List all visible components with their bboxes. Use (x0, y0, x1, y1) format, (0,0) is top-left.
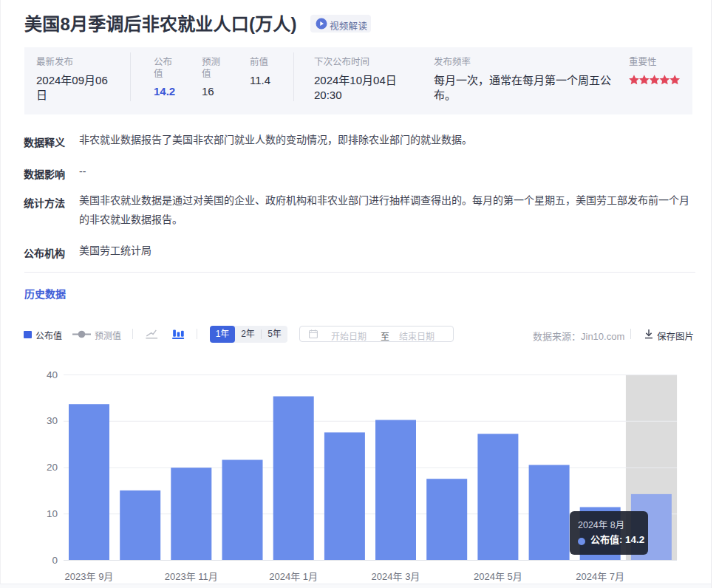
svg-text:10: 10 (47, 508, 58, 519)
svg-text:2024年 7月: 2024年 7月 (576, 571, 624, 582)
svg-text:2024年 1月: 2024年 1月 (269, 571, 318, 582)
svg-text:2024年 3月: 2024年 3月 (372, 571, 420, 582)
svg-text:2023年 11月: 2023年 11月 (165, 571, 218, 582)
svg-text:30: 30 (47, 415, 58, 426)
svg-text:2024年 5月: 2024年 5月 (474, 571, 522, 582)
svg-text:20: 20 (47, 462, 58, 473)
svg-text:2023年 9月: 2023年 9月 (65, 571, 114, 582)
svg-text:0: 0 (52, 555, 58, 566)
svg-text:40: 40 (47, 369, 58, 380)
